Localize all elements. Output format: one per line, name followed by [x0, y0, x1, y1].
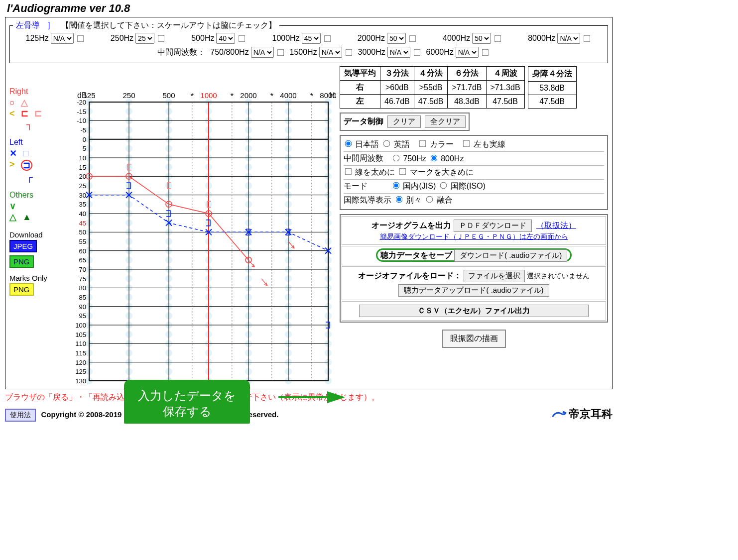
pdf-download-button[interactable]: ＰＤＦダウンロード	[454, 220, 532, 232]
brand-swoosh-icon	[552, 408, 567, 420]
svg-text:90: 90	[79, 303, 86, 311]
scaleout-m1500[interactable]	[345, 49, 352, 56]
freq-select-2000[interactable]: 50	[387, 33, 406, 44]
callout-arrow-icon	[278, 390, 348, 405]
color-checkbox[interactable]: カラー	[418, 139, 453, 150]
average-table: 気導平均 ３分法 ４分法 ６分法 ４周波 右>60dB>55dB>71.7dB>…	[340, 66, 525, 109]
svg-text:*: *	[310, 92, 313, 101]
intl-separate-radio[interactable]: 別々	[394, 195, 422, 206]
threshold-mode-label: 左骨導 ]	[16, 21, 50, 29]
symbol-right-bc-icon: <	[9, 109, 15, 118]
download-png-marks-button[interactable]: PNG	[9, 283, 34, 296]
svg-text:10: 10	[79, 154, 86, 162]
disability-avg-table: 身障４分法 53.8dB 47.5dB	[528, 66, 577, 109]
download-png-button[interactable]: PNG	[9, 255, 34, 268]
scaleout-m6000[interactable]	[482, 49, 489, 56]
svg-text:125: 125	[83, 91, 95, 100]
lang-jp-radio[interactable]: 日本語	[344, 139, 379, 150]
clear-all-button[interactable]: 全クリア	[425, 115, 466, 128]
intl-merge-radio[interactable]: 融合	[425, 195, 452, 206]
scaleout-250[interactable]	[158, 35, 165, 42]
left-solid-checkbox[interactable]: 左も実線	[462, 139, 505, 150]
threshold-mid-row: 中間周波数： 750/800HzN/A 1500HzN/A 3000HzN/A …	[13, 47, 605, 58]
threshold-main-row: 125HzN/A 250Hz25 500Hz40 1000Hz45 2000Hz…	[13, 33, 605, 44]
symbol-others-v-icon: ∨	[9, 202, 16, 211]
save-data-label: 聴力データをセーブ	[380, 251, 452, 259]
freq-label: 8000Hz	[528, 34, 555, 43]
nystagmus-button[interactable]: 眼振図の描画	[442, 330, 506, 348]
midfreq-select-3000[interactable]: N/A	[387, 47, 410, 58]
mid-800-radio[interactable]: 800Hz	[429, 154, 464, 163]
mode-iso-radio[interactable]: 国際(ISO)	[439, 181, 486, 192]
big-marks-checkbox[interactable]: マークを大きめに	[398, 167, 473, 178]
svg-text:-15: -15	[77, 108, 86, 115]
svg-text:8000: 8000	[320, 91, 336, 100]
svg-text:-10: -10	[77, 117, 86, 124]
scaleout-2000[interactable]	[409, 35, 416, 42]
upload-audio-button[interactable]: 聴力データアップロード( .audioファイル)	[398, 284, 549, 297]
svg-text:105: 105	[75, 331, 86, 338]
data-control-label: データ制御	[344, 116, 383, 127]
freq-select-500[interactable]: 40	[216, 33, 235, 44]
intl-display-label: 国際気導表示	[344, 195, 391, 206]
threshold-instruction: 【閾値を選択して下さい：スケールアウトは脇にチェック】	[61, 21, 276, 29]
svg-text:-20: -20	[77, 99, 86, 106]
freq-select-250[interactable]: 25	[135, 33, 154, 44]
svg-text:25: 25	[79, 182, 86, 190]
scaleout-1000[interactable]	[324, 35, 331, 42]
midfreq-select-750[interactable]: N/A	[251, 47, 274, 58]
scaleout-500[interactable]	[239, 35, 246, 42]
manual-link[interactable]: （取扱法）	[536, 221, 576, 229]
legend-left-label: Left	[9, 138, 64, 147]
scaleout-m3000[interactable]	[413, 49, 420, 56]
symbol-right-ac-icon: ○	[9, 98, 15, 107]
symbol-others-tri-icon: △	[9, 213, 16, 222]
freq-select-4000[interactable]: 50	[472, 33, 491, 44]
output-audiogram-label: オージオグラムを出力	[371, 221, 451, 229]
svg-text:250: 250	[123, 91, 135, 100]
scaleout-4000[interactable]	[494, 35, 501, 42]
download-jpeg-button[interactable]: JPEG	[9, 240, 37, 252]
svg-text:*: *	[191, 92, 194, 101]
svg-text:50: 50	[79, 228, 86, 236]
midfreq-select-1500[interactable]: N/A	[319, 47, 342, 58]
load-audio-label: オージオファイルをロード：	[358, 271, 462, 280]
svg-text:*: *	[270, 92, 273, 101]
svg-text:115: 115	[75, 349, 86, 357]
midfreq-select-6000[interactable]: N/A	[456, 47, 479, 58]
symbol-others-tri-filled-icon: ▲	[22, 213, 31, 222]
svg-text:95: 95	[79, 312, 86, 320]
scaleout-m750[interactable]	[277, 49, 284, 56]
mode-label: モード	[344, 181, 388, 192]
midfreq-option-label: 中間周波数	[344, 153, 388, 164]
symbol-left-ac-icon: ✕	[9, 149, 17, 158]
marks-only-label: Marks Only	[9, 274, 64, 282]
freq-label: 1000Hz	[272, 34, 300, 43]
symbol-left-ac-masked-icon: □	[23, 149, 28, 158]
svg-text:45: 45	[79, 220, 86, 227]
usage-button[interactable]: 使用法	[5, 409, 36, 422]
audiogram-chart[interactable]: ****dBHz-20-15-10-5051015202530354045505…	[64, 87, 336, 386]
easy-image-link[interactable]: 簡易画像ダウンロード（ＪＰＥＧ・ＰＮＧ）は左の画面から	[380, 232, 568, 240]
download-label: Download	[9, 230, 64, 239]
svg-text:-5: -5	[80, 126, 86, 134]
svg-text:35: 35	[79, 201, 86, 208]
clear-button[interactable]: クリア	[387, 115, 421, 128]
choose-file-button[interactable]: ファイルを選択	[464, 270, 525, 282]
scaleout-8000[interactable]	[584, 35, 591, 42]
svg-text:30: 30	[79, 192, 86, 199]
mid-750-radio[interactable]: 750Hz	[391, 154, 426, 163]
svg-text:5: 5	[83, 145, 86, 152]
svg-text:500: 500	[162, 91, 175, 100]
scaleout-125[interactable]	[77, 35, 84, 42]
svg-text:85: 85	[79, 294, 86, 301]
mode-jis-radio[interactable]: 国内(JIS)	[391, 181, 436, 192]
download-audio-button[interactable]: ダウンロード( .audioファイル)	[454, 249, 567, 262]
csv-output-button[interactable]: ＣＳＶ（エクセル）ファイル出力	[359, 305, 589, 317]
thick-lines-checkbox[interactable]: 線を太めに	[344, 167, 395, 178]
svg-text:0: 0	[83, 136, 86, 143]
freq-select-125[interactable]: N/A	[51, 33, 74, 44]
freq-select-1000[interactable]: 45	[302, 33, 321, 44]
freq-select-8000[interactable]: N/A	[557, 33, 580, 44]
lang-en-radio[interactable]: 英語	[382, 139, 409, 150]
